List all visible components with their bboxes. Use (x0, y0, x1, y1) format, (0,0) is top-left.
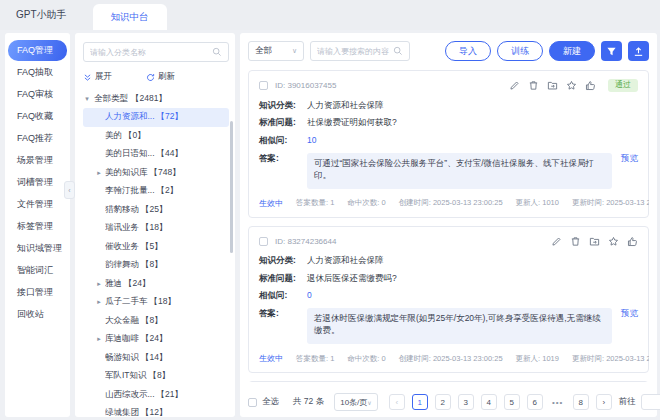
delete-icon[interactable] (528, 80, 539, 91)
refresh-button[interactable]: 刷新 (146, 71, 175, 83)
card-footer: 生效中 答案数量: 1 命中次数: 0 创建时间: 2025-03-13 23:… (259, 353, 638, 364)
train-button[interactable]: 训练 (497, 41, 543, 61)
tree-node[interactable]: ▸ 美的 【0】 (83, 127, 229, 146)
card-checkbox[interactable] (259, 81, 268, 90)
caret-down-icon[interactable]: ▾ (83, 95, 91, 103)
page-number-button[interactable]: 6 (527, 394, 543, 410)
page-number-button[interactable]: 2 (435, 394, 451, 410)
prev-page-button[interactable]: ‹ (389, 394, 405, 410)
page-number-button[interactable]: 3 (458, 394, 474, 410)
expand-all-button[interactable]: 展开 (83, 71, 112, 83)
sidebar-item[interactable]: FAQ管理 (8, 40, 67, 61)
tree-node[interactable]: ▸ 猎豹移动 【25】 (83, 201, 229, 220)
filter-button[interactable] (601, 41, 622, 61)
tree-node[interactable]: ▸ 大众金融 【8】 (83, 312, 229, 331)
faq-search-input[interactable] (317, 47, 393, 56)
tree-node-count: 【18】 (150, 296, 176, 308)
state-text: 生效中 (259, 353, 283, 364)
sidebar-item[interactable]: 标签管理 (8, 216, 67, 237)
create-button[interactable]: 新建 (549, 41, 595, 61)
sidebar-item[interactable]: 场景管理 (8, 150, 67, 171)
export-button[interactable] (628, 41, 649, 61)
sidebar-item[interactable]: 词槽管理 (8, 172, 67, 193)
category-search-input[interactable] (90, 48, 212, 57)
thumbs-up-icon[interactable] (627, 236, 638, 247)
tree-node-count: 【8】 (141, 315, 163, 327)
preview-link[interactable]: 预览 (621, 308, 638, 319)
jump-page-input[interactable] (641, 394, 660, 410)
filter-icon (606, 46, 617, 57)
preview-link[interactable]: 预览 (621, 153, 638, 164)
tree-root-node[interactable]: ▾ 全部类型 【2481】 (83, 90, 229, 108)
page-number-button[interactable]: 1 (412, 394, 428, 410)
similar-count[interactable]: 0 (307, 290, 312, 301)
sidebar-item-label: 场景管理 (17, 154, 53, 167)
tree-node[interactable]: ▸ 绿城集团 【12】 (83, 404, 229, 420)
caret-right-icon[interactable]: ▸ (95, 335, 103, 343)
tree-node[interactable]: ▸ 韵律舞动 【8】 (83, 256, 229, 275)
tree-node[interactable]: ▸ 美的日语知... 【44】 (83, 145, 229, 164)
move-to-folder-icon[interactable] (589, 236, 600, 247)
caret-right-icon[interactable]: ▸ (95, 280, 103, 288)
tree-node-count: 【8】 (141, 259, 163, 271)
answer-count: 答案数量: 1 (296, 198, 334, 208)
delete-icon[interactable] (570, 236, 581, 247)
sidebar-item[interactable]: FAQ推荐 (8, 128, 67, 149)
thumbs-up-icon[interactable] (585, 80, 596, 91)
sidebar-item-label: 接口管理 (17, 286, 53, 299)
sidebar-item[interactable]: FAQ审核 (8, 84, 67, 105)
tree-node[interactable]: ▸ 山西综改示... 【21】 (83, 386, 229, 405)
page-number-button[interactable]: 8 (573, 394, 589, 410)
sidebar-item-label: 文件管理 (17, 198, 53, 211)
tree-node[interactable]: ▸ 军队IT知识 【8】 (83, 367, 229, 386)
tree-node-label: 山西综改示... (105, 389, 155, 401)
star-icon[interactable] (566, 80, 577, 91)
move-to-folder-icon[interactable] (547, 80, 558, 91)
edit-icon[interactable] (509, 80, 520, 91)
card-checkbox[interactable] (259, 237, 268, 246)
sidebar-item[interactable]: 智能词汇 (8, 260, 67, 281)
star-icon[interactable] (608, 236, 619, 247)
tree-node[interactable]: ▸ 畅游知识 【14】 (83, 349, 229, 368)
tree-node[interactable]: ▸ 人力资源和... 【72】 (83, 108, 229, 127)
jump-label: 前往 (619, 396, 636, 408)
category-value: 人力资源和社会保障 (307, 255, 384, 266)
scope-select-value: 全部 (255, 45, 272, 57)
question-value: 退休后医保还需缴费吗? (307, 273, 397, 284)
tab-knowledge-platform[interactable]: 知识中台 (93, 4, 167, 30)
updated-time: 更新时间: 2025-03-13 23:00:26 (572, 198, 649, 208)
sidebar-item[interactable]: FAQ收藏 (8, 106, 67, 127)
similar-count[interactable]: 10 (307, 135, 316, 146)
sidebar-item[interactable]: 文件管理 (8, 194, 67, 215)
question-label: 标准问题: (259, 117, 307, 128)
sidebar-item-label: 智能词汇 (17, 264, 53, 277)
caret-right-icon[interactable]: ▸ (95, 169, 103, 177)
tree-node[interactable]: ▸ 雅迪 【24】 (83, 275, 229, 294)
tree-node[interactable]: ▸ 瓜子二手车 【18】 (83, 293, 229, 312)
sidebar-collapse-handle[interactable]: ‹ (64, 181, 75, 199)
tree-node[interactable]: ▸ 库迪咖啡 【24】 (83, 330, 229, 349)
import-button[interactable]: 导入 (445, 41, 491, 61)
select-all-checkbox[interactable] (248, 398, 257, 407)
tree-node-label: 美的日语知... (105, 148, 155, 160)
tree-node[interactable]: ▸ 催收业务 【5】 (83, 238, 229, 257)
sidebar-item[interactable]: 接口管理 (8, 282, 67, 303)
select-all-label: 全选 (262, 396, 279, 408)
card-id: ID: 39016037455 (275, 81, 336, 90)
edit-icon[interactable] (551, 236, 562, 247)
next-page-button[interactable]: › (596, 394, 612, 410)
tree-node-label: 李翰汀批量... (105, 185, 155, 197)
tree-node[interactable]: ▸ 李翰汀批量... 【2】 (83, 182, 229, 201)
page-number-button[interactable]: 4 (481, 394, 497, 410)
tree-node[interactable]: ▸ 美的知识库 【748】 (83, 164, 229, 183)
page-number-button[interactable]: 5 (504, 394, 520, 410)
caret-right-icon[interactable]: ▸ (95, 298, 103, 306)
page-number-button[interactable]: ••• (550, 394, 566, 410)
tree-node[interactable]: ▸ 瑞讯业务 【18】 (83, 219, 229, 238)
sidebar-item[interactable]: 回收站 (8, 304, 67, 325)
page-size-select[interactable]: 10条/页 ∨ (334, 393, 378, 411)
sidebar-item[interactable]: FAQ抽取 (8, 62, 67, 83)
sidebar-item[interactable]: 知识域管理 (8, 238, 67, 259)
scope-select[interactable]: 全部 ∨ (248, 41, 304, 61)
tree-scrollbar[interactable] (230, 121, 233, 253)
